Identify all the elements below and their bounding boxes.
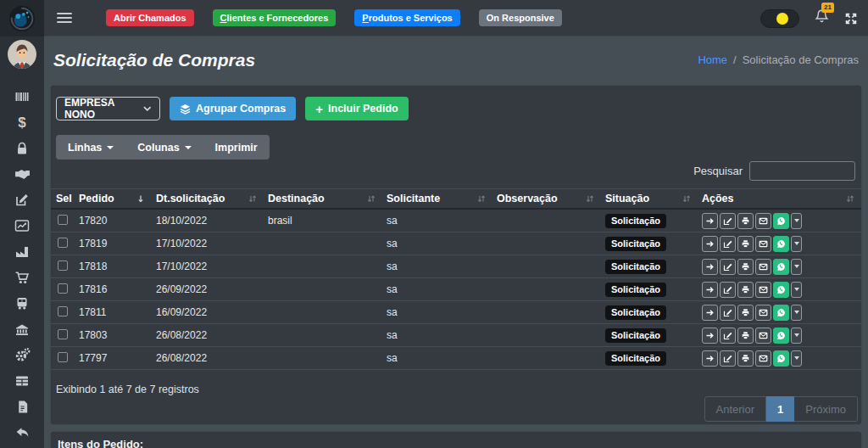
row-checkbox[interactable]: [58, 260, 68, 271]
whatsapp-order-button[interactable]: [773, 305, 789, 321]
email-order-button[interactable]: [755, 305, 771, 321]
row-checkbox[interactable]: [58, 306, 68, 316]
more-actions-button[interactable]: [791, 305, 802, 321]
email-order-button[interactable]: [755, 350, 771, 367]
whatsapp-order-button[interactable]: [773, 282, 789, 298]
more-actions-button[interactable]: [791, 236, 802, 252]
row-checkbox[interactable]: [58, 283, 68, 294]
columns-dropdown-button[interactable]: Colunas: [125, 135, 203, 160]
rows-dropdown-button[interactable]: Linhas: [56, 135, 125, 160]
edit-order-button[interactable]: [720, 236, 736, 252]
print-order-button[interactable]: [737, 328, 754, 344]
open-order-button[interactable]: [702, 236, 718, 252]
email-order-button[interactable]: [755, 282, 771, 298]
more-actions-button[interactable]: [791, 282, 802, 298]
edit-order-button[interactable]: [720, 213, 736, 229]
column-header-situacao[interactable]: Situação: [605, 189, 702, 208]
email-order-button[interactable]: [755, 328, 771, 344]
pagination-page-1-button[interactable]: 1: [766, 396, 794, 422]
notifications-button[interactable]: 21: [814, 8, 830, 28]
breadcrumb-separator: /: [733, 53, 737, 66]
row-checkbox[interactable]: [58, 238, 68, 248]
nav-button-clientes-e-fornecedores[interactable]: Clientes e Fornecedores: [213, 9, 337, 26]
breadcrumb-home-link[interactable]: Home: [698, 53, 727, 66]
print-button[interactable]: Imprimir: [203, 135, 270, 160]
open-order-button[interactable]: [702, 259, 718, 275]
group-purchases-button[interactable]: Agrupar Compras: [170, 97, 296, 120]
open-order-button[interactable]: [702, 282, 718, 298]
nav-button-abrir-chamados[interactable]: Abrir Chamados: [106, 9, 194, 26]
file-invoice-icon[interactable]: [14, 398, 31, 416]
app-logo[interactable]: [0, 0, 44, 36]
edit-order-button[interactable]: [720, 328, 736, 344]
edit-order-button[interactable]: [720, 350, 736, 367]
printer-icon: [741, 308, 750, 317]
chart-line-icon[interactable]: [14, 217, 31, 235]
cart-icon[interactable]: [14, 269, 31, 287]
pagination-previous-button[interactable]: Anterior: [704, 396, 767, 422]
whatsapp-icon: [776, 331, 786, 340]
cell-dt-solicitacao: 17/10/2022: [156, 260, 268, 272]
edit-icon[interactable]: [14, 191, 31, 209]
email-order-button[interactable]: [755, 259, 771, 275]
column-header-dt-solicitacao[interactable]: Dt.solicitação: [156, 189, 268, 208]
print-order-button[interactable]: [737, 282, 754, 298]
user-avatar[interactable]: [8, 40, 36, 69]
table-icon[interactable]: [14, 372, 31, 390]
company-select[interactable]: EMPRESA NONO: [56, 97, 160, 120]
row-checkbox[interactable]: [58, 215, 68, 225]
print-order-button[interactable]: [737, 236, 754, 252]
menu-toggle-icon[interactable]: [57, 13, 72, 23]
handshake-icon[interactable]: [14, 165, 31, 183]
row-checkbox[interactable]: [58, 352, 68, 362]
search-input[interactable]: [749, 161, 855, 181]
more-actions-button[interactable]: [791, 213, 802, 229]
more-actions-button[interactable]: [791, 328, 802, 344]
email-order-button[interactable]: [755, 213, 771, 229]
open-order-button[interactable]: [702, 213, 718, 229]
undo-icon[interactable]: [14, 424, 31, 442]
whatsapp-icon: [776, 285, 786, 294]
row-checkbox[interactable]: [58, 329, 68, 339]
print-order-button[interactable]: [737, 350, 754, 367]
more-actions-button[interactable]: [791, 259, 802, 275]
open-order-button[interactable]: [702, 350, 718, 367]
more-actions-button[interactable]: [791, 350, 802, 367]
nav-button-on-responsive[interactable]: On Responsive: [479, 9, 562, 26]
status-badge: Solicitação: [605, 260, 666, 274]
pagination-next-button[interactable]: Próximo: [794, 396, 858, 422]
open-order-button[interactable]: [702, 305, 718, 321]
print-order-button[interactable]: [737, 305, 754, 321]
whatsapp-order-button[interactable]: [773, 213, 789, 229]
industry-icon[interactable]: [14, 243, 31, 260]
caret-down-icon: [794, 242, 799, 245]
whatsapp-order-button[interactable]: [773, 236, 789, 252]
edit-order-button[interactable]: [720, 282, 736, 298]
edit-order-button[interactable]: [720, 305, 736, 321]
cogs-icon[interactable]: [14, 346, 31, 364]
edit-order-button[interactable]: [720, 259, 736, 275]
column-header-observacao[interactable]: Observação: [497, 189, 605, 208]
print-order-button[interactable]: [737, 259, 754, 275]
lock-icon[interactable]: [14, 139, 31, 157]
fullscreen-button[interactable]: [844, 12, 858, 25]
whatsapp-order-button[interactable]: [773, 350, 789, 367]
column-header-pedido[interactable]: Pedido: [79, 189, 156, 208]
bank-icon[interactable]: [14, 321, 31, 339]
column-header-solicitante[interactable]: Solicitante: [387, 189, 497, 208]
open-order-button[interactable]: [702, 328, 718, 344]
dollar-icon[interactable]: $: [14, 114, 31, 132]
whatsapp-order-button[interactable]: [773, 328, 789, 344]
nav-button-produtos-e-servi-os[interactable]: Produtos e Serviços: [354, 9, 459, 26]
column-header-destinacao[interactable]: Destinação: [268, 189, 387, 208]
whatsapp-order-button[interactable]: [773, 259, 789, 275]
add-order-button[interactable]: + Incluir Pedido: [305, 97, 408, 120]
caret-down-icon: [185, 146, 192, 149]
theme-toggle-switch[interactable]: [760, 9, 799, 28]
bus-icon[interactable]: [14, 294, 31, 312]
column-header-acoes[interactable]: Ações: [702, 189, 861, 208]
envelope-icon: [759, 216, 768, 226]
print-order-button[interactable]: [737, 213, 754, 229]
barcode-icon[interactable]: [14, 87, 31, 105]
email-order-button[interactable]: [755, 236, 771, 252]
